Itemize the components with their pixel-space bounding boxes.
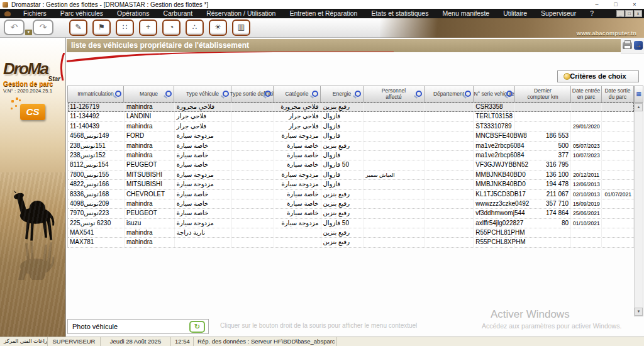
minimize-button[interactable]: –: [587, 0, 606, 9]
table-row[interactable]: MAX781mahindraبنزين‎ رفيعR55PCHL8XPHM: [68, 238, 634, 247]
cell-catégorie: جرار‎ فلاحي: [274, 122, 321, 131]
column-header-personnel-affecté[interactable]: Personnel affecté: [364, 86, 425, 103]
nav-back-button[interactable]: ↶: [4, 20, 25, 35]
search-icon[interactable]: [355, 91, 361, 97]
search-icon[interactable]: [265, 91, 271, 97]
search-icon[interactable]: [465, 91, 471, 97]
table-row[interactable]: 225‎تونس‎ 6230isuzuسيارة‎ مزدوجةسيارة‎ م…: [68, 219, 634, 228]
scroll-down-button[interactable]: ▼: [635, 308, 643, 316]
table-row[interactable]: 8336‎تونس‎168CHEVROLETسيارة‎ خاصةسيارة‎ …: [68, 190, 634, 199]
menu-item-superviseur[interactable]: Superviseur: [534, 9, 583, 18]
cell-energie: بنزين‎ رفيع: [321, 238, 364, 247]
website-link[interactable]: www.abacomputer.tn: [577, 30, 636, 36]
menu-item-opérations[interactable]: Opérations: [110, 9, 156, 18]
column-header-date-sortie-du-parc[interactable]: Date sortie du parc: [602, 86, 634, 103]
column-header-date-entrée-en-parc[interactable]: Date entrée en parc: [571, 86, 602, 103]
table-row[interactable]: 7800‎تونس‎155MITSUBISHIسيارة‎ مزدوجةسيار…: [68, 170, 634, 180]
cell-n-serie-vehicule: ST33310789: [474, 122, 515, 131]
mdi-close-button[interactable]: x: [634, 10, 642, 17]
cell-date-entrée-en-parc: 15/09/2019: [571, 199, 602, 208]
app-icon: [3, 2, 8, 8]
cell-date-entrée-en-parc: 01/10/2021: [571, 219, 602, 228]
column-header-marque[interactable]: Marque: [124, 86, 174, 103]
table-row[interactable]: 8112‎تونس‎154PEUGEOTسيارة‎ خاصةسيارة‎ خا…: [68, 160, 634, 170]
mdi-restore-button[interactable]: □: [625, 10, 633, 17]
column-header-immatriculation[interactable]: Immatriculation: [67, 86, 124, 103]
search-icon[interactable]: [223, 91, 229, 97]
search-icon[interactable]: [312, 91, 318, 97]
cell-date-sortie-du-parc: [602, 219, 634, 228]
nav-forward-button[interactable]: ↷: [33, 20, 53, 35]
table-row[interactable]: 7970‎تونس‎223PEUGEOTسيارة‎ خاصةسيارة‎ خا…: [68, 209, 634, 218]
criteria-label: Critères de choix: [570, 72, 626, 80]
table-row[interactable]: 4568‎تونس‎149FORDسيارة‎ مزدوجةسيارة‎ مزد…: [68, 131, 634, 141]
cell-energie: قازوال: [321, 170, 364, 179]
search-icon[interactable]: [416, 91, 422, 97]
cell-date-entrée-en-parc: [571, 103, 602, 111]
cell-marque: mahindra: [125, 151, 175, 160]
sun-icon[interactable]: ☀: [209, 20, 227, 36]
exit-icon[interactable]: →: [634, 41, 643, 50]
menu-item-carburant[interactable]: Carburant: [156, 9, 199, 18]
menu-item-[interactable]: ?: [583, 9, 601, 18]
cell-département: [425, 131, 474, 140]
cell-type-véhicule: مجرورة‎ فلاحي: [175, 103, 232, 111]
cell-energie: قازوال: [321, 131, 364, 140]
search-icon[interactable]: [506, 91, 513, 97]
gauge-icon[interactable]: ◔: [162, 20, 180, 36]
menu-item-parc-véhicules[interactable]: Parc véhicules: [53, 9, 110, 18]
mdi-minimize-button[interactable]: _: [616, 10, 625, 17]
statistics-icon[interactable]: ▥: [232, 20, 250, 36]
menu-item-réservation-utilisation[interactable]: Réservation / Utilisation: [199, 9, 282, 18]
table-row[interactable]: 11-126719mahindraمجرورة‎ فلاحيمجرورة‎ فل…: [68, 103, 634, 112]
column-header-type-sortie-definitif[interactable]: Type sortie definitif: [231, 86, 274, 103]
connector-icon[interactable]: ∷: [116, 20, 134, 36]
maximize-button[interactable]: □: [606, 0, 625, 9]
table-row[interactable]: 238‎تونس‎151mahindraسيارة‎ خاصةسيارة‎ خا…: [68, 142, 634, 151]
menu-item-menu-manifeste[interactable]: Menu manifeste: [435, 9, 496, 18]
cell-marque: PEUGEOT: [125, 209, 175, 218]
menu-item-utilitaire[interactable]: Utilitaire: [496, 9, 534, 18]
vertical-scrollbar[interactable]: ▲ ▼: [634, 103, 643, 316]
column-header-département[interactable]: Département: [425, 86, 474, 103]
table-row[interactable]: 4822‎تونس‎166MITSUBISHIسيارة‎ مزدوجةسيار…: [68, 180, 634, 189]
vehicle-edit-icon[interactable]: ✎: [69, 20, 87, 36]
cell-type-sortie-definitif: [232, 209, 274, 218]
table-row[interactable]: 4098‎تونس‎209mahindraسيارة‎ خاصةسيارة‎ خ…: [68, 199, 634, 209]
nav-back-dropdown[interactable]: ▼: [25, 30, 32, 35]
print-icon[interactable]: [623, 42, 632, 49]
column-header-dernier-compteur-km[interactable]: Dernier compteur km: [515, 86, 571, 103]
column-header-catégorie[interactable]: Catégorie: [274, 86, 321, 103]
column-header-n-serie-vehicule[interactable]: N° serie vehicule: [474, 86, 515, 103]
column-header-energie[interactable]: Energie: [321, 86, 364, 103]
menu-item-entretien-et-réparation[interactable]: Entretien et Réparation: [282, 9, 364, 18]
cell-type-véhicule: سيارة‎ خاصة: [175, 190, 232, 199]
column-header-type-véhicule[interactable]: Type véhicule: [174, 86, 231, 103]
cell-date-entrée-en-parc: [571, 160, 602, 169]
scroll-up-button[interactable]: ▲: [635, 103, 643, 111]
search-icon[interactable]: [115, 91, 121, 97]
table-row[interactable]: 11-134492LANDINIجرار‎ فلاحيجرار‎ فلاحيقا…: [68, 112, 634, 121]
criteria-button[interactable]: Critères de choix: [557, 70, 639, 82]
table-row[interactable]: MAX541mahindraدراجة‎ ناريةبنزين‎ رفيعR55…: [68, 228, 634, 238]
add-icon[interactable]: +: [139, 20, 157, 36]
cell-type-sortie-definitif: [232, 103, 274, 111]
cell-n-serie-vehicule: TERLT03158: [474, 112, 515, 121]
menu-item-etats-et-statistiques[interactable]: Etats et statistiques: [364, 9, 435, 18]
fuel-points-icon[interactable]: ∴: [186, 20, 204, 36]
search-icon[interactable]: [165, 91, 172, 97]
table-row[interactable]: 11-140439mahindraجرار‎ فلاحيجرار‎ فلاحيق…: [68, 122, 634, 131]
cell-dernier-compteur-km: [515, 103, 571, 111]
cell-n-serie-vehicule: wwwzzz3czke0492: [474, 199, 515, 208]
close-button[interactable]: ×: [625, 0, 644, 9]
location-flag-icon[interactable]: ⚑: [92, 20, 111, 36]
menu-item-fichiers[interactable]: Fichiers: [16, 9, 53, 18]
table-row[interactable]: 238‎تونس‎152mahindraسيارة‎ خاصةسيارة‎ خا…: [68, 151, 634, 160]
cell-date-entrée-en-parc: 10/07/2023: [571, 151, 602, 160]
vehicle-table: 11-126719mahindraمجرورة‎ فلاحيمجرورة‎ فل…: [67, 103, 634, 248]
status-company: المركز‎ الفني‎ للزراعات: [0, 337, 48, 346]
cell-type-véhicule: سيارة‎ مزدوجة: [175, 170, 232, 179]
grid-options-icon[interactable]: ▦: [634, 86, 643, 103]
cell-energie: قازوال: [321, 122, 364, 131]
photo-vehicle-button[interactable]: ↻: [189, 321, 205, 333]
